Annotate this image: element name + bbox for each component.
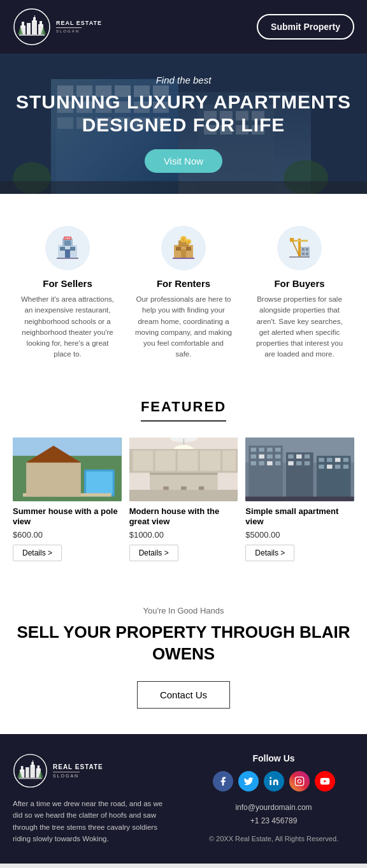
service-buyers: For Buyers Browse properties for sale al… <box>245 219 354 367</box>
svg-rect-82 <box>13 438 122 456</box>
svg-rect-125 <box>327 457 333 461</box>
footer-logo: REAL ESTATE SLOGAN <box>13 753 174 788</box>
svg-rect-70 <box>302 253 305 255</box>
svg-rect-49 <box>65 249 70 259</box>
linkedin-icon[interactable] <box>264 771 284 791</box>
footer: REAL ESTATE SLOGAN After a time we drew … <box>0 734 367 864</box>
sellers-title: For Sellers <box>19 278 116 289</box>
svg-rect-100 <box>129 490 238 501</box>
buyers-icon <box>277 226 322 270</box>
svg-rect-9 <box>19 34 45 36</box>
footer-description: After a time we drew near the road, and … <box>13 798 174 845</box>
svg-rect-107 <box>275 447 281 451</box>
service-renters: $ $ For Renters Our professionals are he… <box>129 219 238 367</box>
featured-section: FEATURED <box>0 379 367 581</box>
svg-rect-137 <box>31 765 35 777</box>
visit-now-button[interactable]: Visit Now <box>145 149 222 173</box>
header: REAL ESTATE SLOGAN Submit Property <box>0 0 367 54</box>
renters-title: For Renters <box>135 278 232 289</box>
contact-us-button[interactable]: Contact Us <box>137 681 230 709</box>
svg-rect-69 <box>306 248 308 251</box>
buyers-desc: Browse properties for sale alongside pro… <box>251 294 348 360</box>
svg-rect-115 <box>275 461 281 465</box>
footer-left: REAL ESTATE SLOGAN After a time we drew … <box>13 753 174 845</box>
hero-content: Find the best STUNNING LUXURY APARTMENTS… <box>0 75 367 173</box>
property-image-1 <box>13 438 122 501</box>
svg-rect-113 <box>259 461 265 465</box>
details-button-3[interactable]: Details > <box>245 545 294 561</box>
services-section: LEASE For Sellers Whether it's area attr… <box>0 194 367 379</box>
svg-rect-92 <box>133 450 153 471</box>
svg-text:LEASE: LEASE <box>64 237 71 240</box>
svg-rect-3 <box>27 23 31 34</box>
sellers-icon: LEASE <box>45 226 90 270</box>
follow-us-title: Follow Us <box>193 753 354 763</box>
svg-rect-108 <box>251 454 257 458</box>
svg-rect-141 <box>38 765 40 769</box>
submit-property-button[interactable]: Submit Property <box>257 14 354 40</box>
svg-rect-110 <box>267 454 273 458</box>
svg-rect-131 <box>343 464 349 468</box>
service-sellers: LEASE For Sellers Whether it's area attr… <box>13 219 122 367</box>
property-price-3: $5000.00 <box>245 530 354 540</box>
svg-rect-117 <box>289 454 294 458</box>
svg-rect-105 <box>259 447 265 451</box>
hero-subtitle: Find the best <box>0 75 367 85</box>
youtube-icon[interactable] <box>315 771 335 791</box>
instagram-icon[interactable] <box>289 771 310 791</box>
svg-rect-48 <box>70 247 75 251</box>
svg-rect-4 <box>32 20 37 34</box>
svg-rect-72 <box>289 256 310 258</box>
sell-section: You're In Good Hands SELL YOUR PROPERTY … <box>0 580 367 734</box>
svg-rect-132 <box>245 496 354 501</box>
facebook-icon[interactable] <box>213 771 233 791</box>
property-card-3: Simple small apartment view $5000.00 Det… <box>245 438 354 562</box>
sell-subtitle: You're In Good Hands <box>13 606 354 615</box>
footer-logo-icon <box>13 753 48 788</box>
svg-rect-146 <box>295 777 303 785</box>
logo-area: REAL ESTATE SLOGAN <box>13 8 102 46</box>
svg-rect-127 <box>343 457 349 461</box>
services-grid: LEASE For Sellers Whether it's area attr… <box>13 219 354 367</box>
property-name-2: Modern house with the great view <box>129 506 238 528</box>
svg-rect-47 <box>60 247 65 251</box>
hero-title: STUNNING LUXURY APARTMENTS DESIGNED FOR … <box>0 91 367 136</box>
property-card-2: Modern house with the great view $1000.0… <box>129 438 238 562</box>
svg-rect-136 <box>25 767 29 778</box>
svg-rect-93 <box>155 450 175 471</box>
renters-desc: Our professionals are here to help you w… <box>135 294 232 360</box>
sellers-desc: Whether it's area attractions, an inexpe… <box>19 294 116 360</box>
svg-rect-124 <box>319 457 325 461</box>
details-button-2[interactable]: Details > <box>129 545 178 561</box>
property-name-1: Summer house with a pole view <box>13 506 122 528</box>
featured-title: FEATURED <box>141 399 226 422</box>
property-image-3 <box>245 438 354 501</box>
svg-rect-128 <box>319 464 325 468</box>
svg-rect-57 <box>181 249 186 259</box>
properties-grid: Summer house with a pole view $600.00 De… <box>13 438 354 562</box>
svg-rect-114 <box>267 461 273 465</box>
svg-rect-106 <box>267 447 273 451</box>
svg-rect-126 <box>335 457 341 461</box>
details-button-1[interactable]: Details > <box>13 545 62 561</box>
svg-rect-6 <box>34 15 35 18</box>
svg-rect-56 <box>186 247 191 251</box>
svg-rect-94 <box>177 450 198 471</box>
social-icons <box>193 771 354 791</box>
svg-rect-80 <box>86 471 113 494</box>
renters-icon: $ $ <box>161 226 206 270</box>
svg-rect-129 <box>327 464 333 468</box>
svg-rect-71 <box>306 253 308 255</box>
twitter-icon[interactable] <box>238 771 259 791</box>
svg-rect-112 <box>251 461 257 465</box>
svg-rect-50 <box>57 258 78 259</box>
svg-rect-120 <box>289 461 294 465</box>
svg-rect-8 <box>40 21 42 26</box>
svg-rect-135 <box>21 766 24 770</box>
footer-copyright: © 20XX Real Estate, All Rights Reserved. <box>193 835 354 842</box>
svg-rect-139 <box>32 760 33 763</box>
property-image-2 <box>129 438 238 501</box>
property-price-2: $1000.00 <box>129 530 238 540</box>
svg-rect-95 <box>200 450 220 471</box>
svg-rect-96 <box>222 450 236 471</box>
